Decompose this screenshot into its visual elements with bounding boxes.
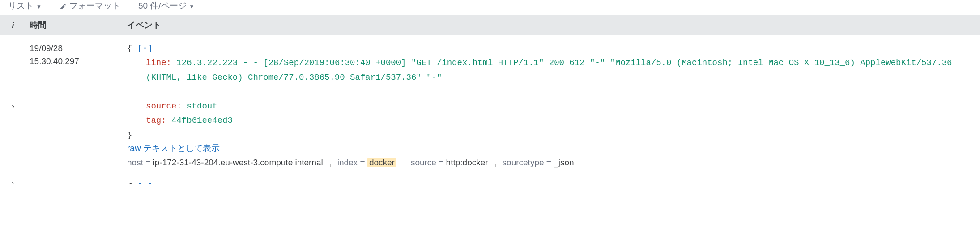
caret-down-icon: ▼ (189, 4, 195, 10)
json-open: { [-] (127, 41, 980, 56)
time-column-header[interactable]: 時間 (26, 19, 124, 31)
toolbar: リスト ▼ フォーマット 50 件/ページ ▼ (0, 0, 980, 15)
event-cell: { [-] (124, 180, 980, 184)
format-label: フォーマット (69, 0, 120, 12)
list-view-label: リスト (8, 0, 34, 12)
time-cell: 19/09/28 15:30:40.297 (26, 41, 124, 168)
event-json: { [-] line: 126.3.22.223 - - [28/Sep/201… (127, 41, 980, 142)
pencil-icon (60, 3, 67, 10)
json-field-line: line: 126.3.22.223 - - [28/Sep/2019:06:3… (146, 56, 980, 85)
info-column-header[interactable]: i (0, 20, 26, 30)
per-page-label: 50 件/ページ (138, 0, 187, 12)
time-cell: 19/09/28 (26, 180, 124, 184)
caret-down-icon: ▼ (36, 4, 42, 10)
event-meta: host = ip-172-31-43-204.eu-west-3.comput… (127, 158, 980, 168)
event-json: { [-] (127, 180, 980, 184)
collapse-toggle[interactable]: [-] (137, 182, 153, 184)
table-header: i 時間 イベント (0, 15, 980, 35)
meta-host[interactable]: host = ip-172-31-43-204.eu-west-3.comput… (127, 158, 330, 168)
event-date: 19/09/28 (30, 42, 124, 55)
event-column-header[interactable]: イベント (124, 19, 980, 31)
json-close: } (127, 128, 980, 142)
chevron-right-icon (10, 180, 16, 184)
chevron-right-icon (10, 102, 16, 108)
table-row: 19/09/28 15:30:40.297 { [-] line: 126.3.… (0, 35, 980, 173)
info-icon: i (12, 20, 14, 30)
expand-cell[interactable] (0, 180, 26, 184)
event-date: 19/09/28 (30, 181, 124, 184)
per-page-dropdown[interactable]: 50 件/ページ ▼ (138, 0, 195, 12)
format-dropdown[interactable]: フォーマット (60, 0, 120, 12)
meta-source[interactable]: source = http:docker (404, 158, 495, 168)
event-cell: { [-] line: 126.3.22.223 - - [28/Sep/201… (124, 41, 980, 168)
list-view-dropdown[interactable]: リスト ▼ (8, 0, 42, 12)
table-row: 19/09/28 { [-] (0, 173, 980, 184)
json-field-tag: tag: 44fb61ee4ed3 (146, 113, 980, 128)
expand-cell[interactable] (0, 41, 26, 168)
meta-sourcetype[interactable]: sourcetype = _json (495, 158, 581, 168)
event-time: 15:30:40.297 (30, 55, 124, 68)
json-field-source: source: stdout (146, 99, 980, 113)
collapse-toggle[interactable]: [-] (137, 43, 153, 53)
show-raw-link[interactable]: raw テキストとして表示 (127, 143, 220, 153)
meta-index[interactable]: index = docker (330, 158, 404, 168)
